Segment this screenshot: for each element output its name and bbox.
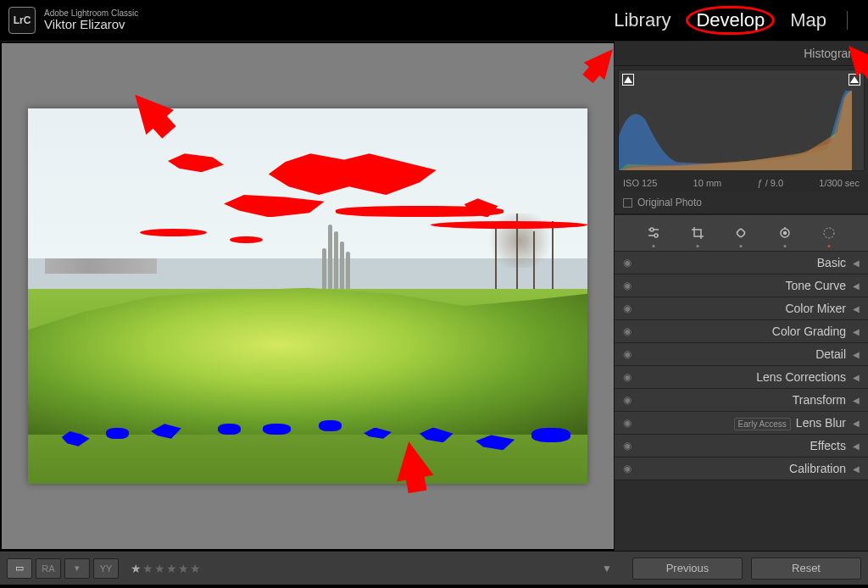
- chevron-left-icon: ◀: [853, 258, 860, 268]
- panel-eye-icon[interactable]: ◉: [623, 463, 632, 474]
- reset-button[interactable]: Reset: [751, 557, 861, 580]
- star-icon[interactable]: ★: [142, 562, 154, 575]
- panel-lens-corrections[interactable]: ◉Lens Corrections◀: [615, 366, 868, 389]
- panel-label: Lens Corrections: [632, 370, 853, 384]
- module-develop-label: Develop: [696, 9, 765, 31]
- svg-point-8: [824, 228, 834, 238]
- svg-rect-4: [737, 228, 746, 237]
- panel-eye-icon[interactable]: ◉: [623, 417, 632, 429]
- chevron-left-icon: ◀: [853, 304, 860, 313]
- photo-preview[interactable]: [28, 108, 587, 484]
- shadow-clipping: [218, 424, 240, 435]
- panel-eye-icon[interactable]: ◉: [623, 302, 632, 314]
- original-photo-row[interactable]: Original Photo: [615, 191, 868, 214]
- panel-eye-icon[interactable]: ◉: [623, 325, 632, 337]
- panel-eye-icon[interactable]: ◉: [623, 371, 632, 383]
- viewmode-button[interactable]: YY: [93, 558, 119, 579]
- panel-transform[interactable]: ◉Transform◀: [615, 389, 868, 412]
- panel-label: Effects: [632, 439, 853, 452]
- chevron-left-icon: ◀: [853, 373, 860, 382]
- module-map[interactable]: Map: [785, 8, 832, 33]
- histogram-graph: [619, 91, 852, 170]
- view-modes: ▭RA▾YY: [7, 558, 119, 579]
- canvas-area: [0, 42, 614, 551]
- tool-redeye-icon[interactable]: [776, 224, 794, 242]
- star-icon[interactable]: ★: [166, 562, 178, 575]
- shadow-clipping-toggle[interactable]: [622, 74, 634, 86]
- exif-shutter: 1/300 sec: [819, 178, 860, 188]
- panel-eye-icon[interactable]: ◉: [623, 280, 632, 291]
- svg-point-1: [650, 228, 654, 231]
- divider: [847, 11, 848, 30]
- panel-basic[interactable]: ◉Basic◀: [615, 252, 868, 275]
- chevron-left-icon: ◀: [853, 327, 860, 336]
- panel-effects[interactable]: ◉Effects◀: [615, 435, 868, 458]
- panel-eye-icon[interactable]: ◉: [623, 257, 632, 269]
- tool-mask-icon[interactable]: [820, 224, 838, 242]
- panel-badge: Early Access: [734, 418, 791, 430]
- exif-focal: 10 mm: [693, 178, 722, 188]
- rating-stars[interactable]: ★★★★★★: [131, 562, 202, 575]
- star-icon[interactable]: ★: [154, 562, 166, 575]
- shadow-clipping: [319, 420, 341, 431]
- panel-label: Transform: [632, 393, 853, 407]
- panel-label: Color Mixer: [632, 302, 853, 315]
- module-library[interactable]: Library: [609, 8, 676, 33]
- panel-label: Early AccessLens Blur: [632, 416, 853, 430]
- panel-tone-curve[interactable]: ◉Tone Curve◀: [615, 275, 868, 297]
- tool-adjust-icon[interactable]: [644, 224, 663, 242]
- module-develop[interactable]: Develop: [691, 8, 770, 33]
- histogram[interactable]: [618, 69, 865, 171]
- shadow-clipping: [106, 428, 128, 439]
- histogram-title[interactable]: Histogram: [615, 42, 868, 66]
- star-icon[interactable]: ★: [178, 562, 190, 575]
- viewmode-button[interactable]: ▾: [64, 558, 90, 579]
- chevron-left-icon: ◀: [853, 441, 860, 451]
- photo-sculpture: [308, 221, 364, 289]
- annotation-arrow-shadows: [391, 439, 434, 482]
- exif-aperture: ƒ / 9.0: [757, 178, 783, 188]
- panel-label: Tone Curve: [632, 279, 853, 292]
- star-icon[interactable]: ★: [131, 562, 142, 575]
- svg-point-3: [654, 234, 658, 237]
- app-info: Adobe Lightroom Classic Viktor Elizarov: [44, 8, 138, 32]
- chevron-left-icon: ◀: [853, 464, 860, 474]
- panel-eye-icon[interactable]: ◉: [623, 440, 632, 452]
- panel-color-mixer[interactable]: ◉Color Mixer◀: [615, 297, 868, 320]
- main-area: Histogram ISO 125 10 mm ƒ / 9.0 1/300 se…: [0, 41, 868, 551]
- photo-bush: [28, 285, 587, 435]
- panel-eye-icon[interactable]: ◉: [623, 348, 632, 360]
- photo-buildings: [45, 258, 157, 274]
- panel-label: Calibration: [632, 462, 853, 475]
- chevron-left-icon: ◀: [853, 350, 860, 359]
- original-photo-checkbox[interactable]: [623, 198, 632, 208]
- svg-point-6: [784, 232, 787, 235]
- viewmode-button[interactable]: RA: [36, 558, 61, 579]
- panel-eye-icon[interactable]: ◉: [623, 394, 632, 406]
- chevron-left-icon: ◀: [853, 281, 860, 291]
- chevron-left-icon: ◀: [853, 419, 860, 428]
- star-icon[interactable]: ★: [190, 562, 202, 575]
- panels-list: ◉Basic◀◉Tone Curve◀◉Color Mixer◀◉Color G…: [615, 252, 868, 480]
- previous-button[interactable]: Previous: [632, 557, 743, 580]
- panel-lens-blur[interactable]: ◉Early AccessLens Blur◀: [615, 412, 868, 435]
- tool-crop-icon[interactable]: [688, 224, 707, 242]
- panel-label: Color Grading: [632, 325, 853, 338]
- toolbar-dropdown[interactable]: ▼: [597, 557, 617, 580]
- highlight-clipping: [431, 221, 587, 229]
- highlight-clipping-toggle[interactable]: [849, 74, 860, 86]
- chevron-left-icon: ◀: [853, 396, 860, 405]
- panel-calibration[interactable]: ◉Calibration◀: [615, 458, 868, 480]
- module-picker: Library Develop Map: [609, 8, 860, 33]
- app-logo: LrC: [8, 7, 36, 34]
- tool-strip: [615, 214, 868, 252]
- shadow-clipping: [531, 428, 570, 443]
- shadow-clipping: [263, 424, 291, 435]
- user-name: Viktor Elizarov: [44, 18, 138, 32]
- panel-color-grading[interactable]: ◉Color Grading◀: [615, 320, 868, 343]
- tool-heal-icon[interactable]: [732, 224, 750, 242]
- panel-detail[interactable]: ◉Detail◀: [615, 343, 868, 366]
- viewmode-button[interactable]: ▭: [7, 558, 32, 579]
- exif-iso: ISO 125: [623, 178, 657, 188]
- panel-label: Detail: [632, 347, 853, 361]
